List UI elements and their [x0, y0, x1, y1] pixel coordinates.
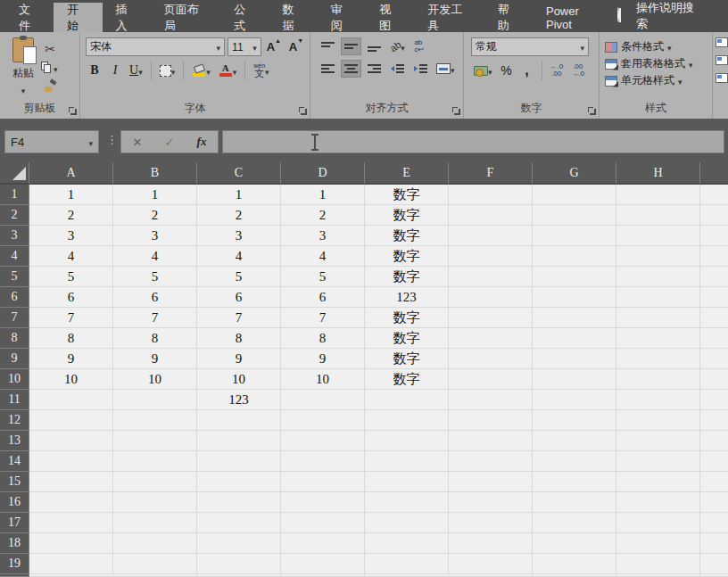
- borders-button[interactable]: [157, 62, 178, 79]
- cell-G7[interactable]: [533, 308, 616, 328]
- row-header-17[interactable]: 17: [0, 513, 29, 533]
- cell-A17[interactable]: [29, 513, 113, 533]
- cell-H7[interactable]: [616, 308, 700, 328]
- dropdown-caret-icon[interactable]: [265, 62, 269, 78]
- tab-视图[interactable]: 视图: [366, 3, 414, 32]
- cell-F6[interactable]: [449, 287, 533, 308]
- align-center-button[interactable]: [341, 60, 361, 78]
- dropdown-caret-icon[interactable]: [206, 62, 211, 78]
- font-color-button[interactable]: A: [216, 62, 240, 79]
- cell-E10[interactable]: 数字: [365, 369, 449, 390]
- cell-D17[interactable]: [281, 513, 365, 533]
- row-header-18[interactable]: 18: [0, 533, 29, 554]
- cell-E8[interactable]: 数字: [365, 328, 449, 349]
- cell-B2[interactable]: 2: [113, 205, 197, 226]
- column-header-E[interactable]: E: [365, 162, 449, 185]
- cell-A4[interactable]: 4: [29, 246, 113, 267]
- cell-H19[interactable]: [616, 554, 700, 574]
- cell-E7[interactable]: 数字: [365, 308, 449, 328]
- tab-Power Pivot[interactable]: Power Pivot: [533, 3, 617, 32]
- cell-B12[interactable]: [113, 410, 197, 431]
- cell-H18[interactable]: [616, 533, 700, 554]
- cell-F10[interactable]: [449, 369, 533, 390]
- cell-F7[interactable]: [449, 308, 533, 328]
- cell-G8[interactable]: [533, 328, 616, 349]
- cell-F19[interactable]: [449, 554, 533, 574]
- align-top-button[interactable]: [318, 37, 338, 55]
- cell-C15[interactable]: [197, 472, 281, 492]
- cell-C2[interactable]: 2: [197, 205, 281, 226]
- tab-帮助[interactable]: 帮助: [484, 3, 533, 32]
- cell-H2[interactable]: [616, 205, 700, 226]
- cell-C5[interactable]: 5: [197, 267, 281, 287]
- paste-button[interactable]: 粘贴: [5, 37, 41, 101]
- cell-A7[interactable]: 7: [29, 308, 113, 328]
- row-header-4[interactable]: 4: [0, 246, 29, 267]
- dropdown-caret-icon[interactable]: [689, 58, 693, 70]
- cell-C4[interactable]: 4: [197, 246, 281, 267]
- cell-E12[interactable]: [365, 410, 449, 431]
- row-header-2[interactable]: 2: [0, 205, 29, 226]
- cell-H15[interactable]: [616, 472, 700, 492]
- column-header-C[interactable]: C: [197, 162, 281, 185]
- row-header-9[interactable]: 9: [0, 349, 29, 369]
- tell-me-search[interactable]: 操作说明搜索: [617, 0, 728, 32]
- cell-B18[interactable]: [113, 533, 197, 554]
- fill-color-button[interactable]: [189, 62, 213, 79]
- cell-B10[interactable]: 10: [113, 369, 197, 390]
- cell-G6[interactable]: [533, 287, 616, 308]
- cell-A18[interactable]: [29, 533, 113, 554]
- formula-input[interactable]: [222, 130, 724, 153]
- cell-C14[interactable]: [197, 451, 281, 472]
- cell-H3[interactable]: [616, 226, 700, 246]
- cell-A11[interactable]: [29, 390, 113, 410]
- cell-E14[interactable]: [365, 451, 449, 472]
- cell-B9[interactable]: 9: [113, 349, 197, 369]
- cell-D16[interactable]: [281, 492, 365, 513]
- cell-A13[interactable]: [29, 431, 113, 451]
- cell-A2[interactable]: 2: [29, 205, 113, 226]
- cell-C6[interactable]: 6: [197, 287, 281, 308]
- cell-F18[interactable]: [449, 533, 533, 554]
- row-header-8[interactable]: 8: [0, 328, 29, 349]
- cell-F8[interactable]: [449, 328, 533, 349]
- cell-D18[interactable]: [281, 533, 365, 554]
- cell-G3[interactable]: [533, 226, 616, 246]
- cell-A15[interactable]: [29, 472, 113, 492]
- cell-G19[interactable]: [533, 554, 616, 574]
- cell-D4[interactable]: 4: [281, 246, 365, 267]
- cell-C19[interactable]: [197, 554, 281, 574]
- cell-G11[interactable]: [533, 390, 616, 410]
- cell-F17[interactable]: [449, 513, 533, 533]
- cell-F13[interactable]: [449, 431, 533, 451]
- cell-E1[interactable]: 数字: [365, 185, 449, 205]
- increase-decimal-button[interactable]: ←.0.00: [548, 62, 567, 79]
- row-header-12[interactable]: 12: [0, 410, 29, 431]
- cell-B11[interactable]: [113, 390, 197, 410]
- cell-B19[interactable]: [113, 554, 197, 574]
- column-header-F[interactable]: F: [449, 162, 533, 185]
- shrink-font-button[interactable]: A▼: [286, 38, 306, 56]
- italic-button[interactable]: I: [106, 62, 124, 79]
- row-header-1[interactable]: 1: [0, 185, 29, 205]
- dropdown-caret-icon[interactable]: [488, 62, 492, 78]
- cell-G9[interactable]: [533, 349, 616, 369]
- cell-E18[interactable]: [365, 533, 449, 554]
- delete-cells-icon[interactable]: [716, 55, 728, 65]
- cell-E2[interactable]: 数字: [365, 205, 449, 226]
- cell-C7[interactable]: 7: [197, 308, 281, 328]
- cell-B1[interactable]: 1: [113, 185, 197, 205]
- dropdown-caret-icon[interactable]: [21, 81, 26, 97]
- cell-G5[interactable]: [533, 267, 616, 287]
- cell-A6[interactable]: 6: [29, 287, 113, 308]
- cell-A16[interactable]: [29, 492, 113, 513]
- grow-font-button[interactable]: A▲: [264, 38, 284, 56]
- font-size-combo[interactable]: 11: [228, 37, 261, 56]
- cell-A1[interactable]: 1: [29, 185, 113, 205]
- tab-公式[interactable]: 公式: [220, 3, 269, 32]
- style-item-套用表格格式[interactable]: 套用表格格式: [605, 55, 708, 72]
- tab-数据[interactable]: 数据: [269, 3, 317, 32]
- cell-F4[interactable]: [449, 246, 533, 267]
- cell-H17[interactable]: [616, 513, 700, 533]
- decrease-decimal-button[interactable]: .00→.0: [568, 62, 587, 79]
